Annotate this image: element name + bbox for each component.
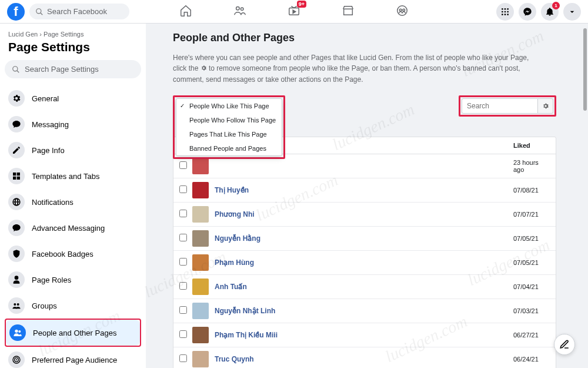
main-panel: People and Other Pages Here's where you … [152,24,577,368]
compose-button[interactable] [554,334,575,355]
account-button[interactable] [563,3,581,21]
sidebar-item-templates-and-tabs[interactable]: Templates and Tabs [5,163,141,189]
svg-point-19 [14,303,16,306]
sidebar-item-page-info[interactable]: Page Info [5,137,141,163]
sidebar-search[interactable]: Search Page Settings [5,60,141,78]
avatar[interactable] [192,158,209,174]
svg-point-22 [18,330,21,333]
sidebar-title: Page Settings [5,40,141,60]
svg-point-17 [13,66,18,71]
svg-line-1 [41,12,43,15]
avatar[interactable] [192,327,209,343]
scrollbar[interactable] [582,24,588,368]
breadcrumb-leaf[interactable]: Page Settings [44,31,84,38]
table-row: Anh Tuấn07/04/21 [173,275,556,299]
groups-icon[interactable] [396,4,409,19]
row-checkbox[interactable] [179,282,187,290]
avatar[interactable] [192,303,209,319]
avatar[interactable] [192,206,209,223]
table-row: Phạm Hùng07/05/21 [173,251,556,275]
table-row: Nguyễn Hằng07/05/21 [173,227,556,251]
svg-point-10 [507,8,509,10]
sidebar-item-general[interactable]: General [5,85,141,111]
menu-button[interactable] [496,3,514,21]
global-search-placeholder: Search Facebook [47,7,107,16]
people-icon [9,324,26,341]
facebook-logo[interactable]: f [7,3,25,21]
sidebar-item-people-and-other-pages[interactable]: People and Other Pages [6,320,140,346]
row-checkbox[interactable] [179,161,187,169]
row-checkbox[interactable] [179,234,187,241]
filter-option[interactable]: Pages That Like This Page [176,127,282,141]
watch-badge: 9+ [297,1,306,8]
sidebar-item-page-roles[interactable]: Page Roles [5,267,141,293]
person-name-link[interactable]: Anh Tuấn [215,283,513,291]
person-name-link[interactable]: Phương Nhi [215,210,513,218]
sidebar-item-label: Templates and Tabs [32,172,99,181]
filter-option[interactable]: People Who Like This Page [176,99,282,113]
sidebar-item-label: Facebook Badges [32,250,93,258]
row-checkbox[interactable] [179,210,187,217]
notification-badge: 1 [552,2,560,9]
messenger-button[interactable] [519,3,536,21]
avatar[interactable] [192,230,209,247]
sidebar-item-label: Page Roles [32,276,71,284]
people-search-settings-button[interactable] [538,98,553,114]
global-search[interactable]: Search Facebook [29,4,129,19]
marketplace-icon[interactable] [342,4,355,19]
search-icon [35,8,44,16]
row-checkbox[interactable] [179,258,187,266]
row-checkbox[interactable] [179,306,187,314]
watch-icon[interactable]: 9+ [288,4,300,19]
svg-point-16 [507,14,509,15]
people-search-input[interactable] [462,98,538,114]
avatar[interactable] [192,254,209,271]
sidebar-item-facebook-badges[interactable]: Facebook Badges [5,241,141,267]
settings-sidebar: Lucid Gen › Page Settings Page Settings … [0,24,146,368]
table-row: Nguyễn Nhật Linh07/03/21 [173,299,556,323]
row-checkbox[interactable] [179,185,187,193]
compose-icon [559,339,570,350]
filter-option[interactable]: Banned People and Pages [176,141,282,155]
row-checkbox[interactable] [179,354,187,362]
person-name-link[interactable]: Phạm Hùng [215,258,513,267]
friends-icon[interactable] [233,4,246,19]
person-name-link[interactable]: Nguyễn Hằng [215,234,513,243]
svg-point-3 [240,7,243,10]
chat-icon [8,220,25,236]
sidebar-item-advanced-messaging[interactable]: Advanced Messaging [5,215,141,241]
avatar[interactable] [192,279,209,295]
sidebar-search-placeholder: Search Page Settings [25,65,99,74]
filter-dropdown-menu[interactable]: People Who Like This PagePeople Who Foll… [176,98,282,156]
svg-point-11 [502,11,503,12]
svg-point-2 [236,6,240,9]
people-search-highlight [459,95,556,117]
person-name-link[interactable]: Phạm Thị Kiều Miii [215,331,513,339]
liked-date: 07/03/21 [513,307,550,314]
panel-description: Here's where you can see people and othe… [173,52,537,85]
sidebar-item-notifications[interactable]: Notifications [5,189,141,215]
person-name-link[interactable]: Thị Huyền [215,186,513,194]
target-icon [8,352,25,368]
sidebar-item-label: Advanced Messaging [32,224,105,233]
person-name-link[interactable]: Nguyễn Nhật Linh [215,307,513,315]
avatar[interactable] [192,182,209,198]
sidebar-item-preferred-page-audience[interactable]: Preferred Page Audience [5,347,141,368]
sidebar-item-messaging[interactable]: Messaging [5,111,141,137]
sidebar-item-groups[interactable]: Groups [5,293,141,319]
liked-date: 07/08/21 [513,187,550,194]
avatar[interactable] [192,351,209,367]
filter-option[interactable]: People Who Follow This Page [176,113,282,127]
person-name-link[interactable]: Truc Quynh [215,355,513,363]
liked-date: 06/27/21 [513,331,550,339]
breadcrumb-root[interactable]: Lucid Gen [8,31,38,38]
panel-title: People and Other Pages [173,32,556,44]
row-checkbox[interactable] [179,330,187,338]
liked-date: 06/24/21 [513,356,550,363]
notifications-button[interactable]: 1 [541,3,559,21]
svg-point-21 [15,330,18,333]
sidebar-item-label: Page Info [32,146,65,155]
globe-icon [8,194,25,210]
sidebar-item-label: Messaging [32,120,69,129]
home-icon[interactable] [179,4,192,19]
